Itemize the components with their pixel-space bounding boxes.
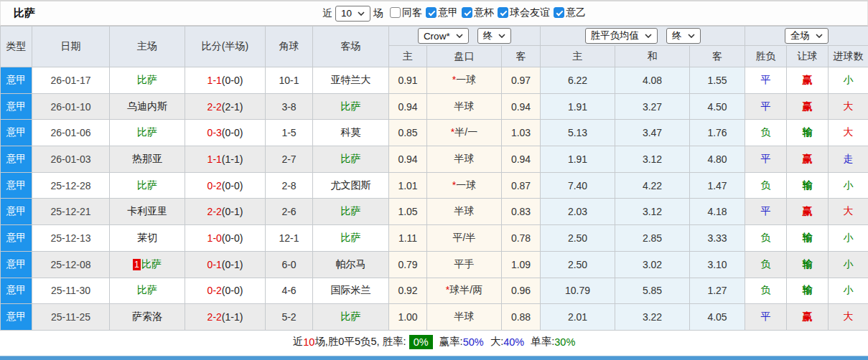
goals-result-cell: 小 [829,172,868,199]
home-team[interactable]: 比萨 [137,284,157,295]
recent-count-select[interactable]: 10 [335,6,370,22]
bookmaker-select[interactable]: Crow* [418,28,469,44]
corners-cell: 3-8 [266,93,313,120]
handicap-result-cell: 输 [787,225,829,252]
home-team[interactable]: 比萨 [141,258,162,270]
corners-cell: 5-2 [266,304,313,331]
home-team[interactable]: 卡利亚里 [127,205,167,217]
date-cell: 26-01-03 [32,146,110,173]
home-team[interactable]: 比萨 [137,126,157,138]
handicap-result-cell: 赢 [787,304,829,331]
league-filter-checkbox[interactable]: 球会友谊 [498,6,550,19]
league-cell[interactable]: 意甲 [1,172,32,199]
half-time-score: (2-1) [222,101,243,113]
result-cell: 平 [745,304,787,331]
away-team[interactable]: 比萨 [341,153,361,164]
checkbox-icon[interactable] [554,7,564,18]
away-team[interactable]: 国际米兰 [331,284,371,295]
goals-result-cell: 大 [829,199,868,225]
away-team[interactable]: 帕尔马 [336,258,366,270]
goals-result-cell: 走 [829,146,868,173]
home-team[interactable]: 萨索洛 [132,311,162,322]
score-cell: 0-3(0-0) [185,120,266,146]
avg-draw-cell: 3.27 [615,93,690,120]
date-cell: 25-12-21 [32,199,110,225]
away-team[interactable]: 科莫 [341,126,361,138]
odds-group-header: Crow* 终 [389,27,541,46]
league-filter-checkbox[interactable]: 意甲 [426,6,458,19]
odds-away-cell: 0.87 [502,172,541,199]
handicap-value: 一球 [456,74,476,85]
league-cell[interactable]: 意甲 [1,251,32,278]
handicap-result-cell: 输 [787,172,829,199]
away-team[interactable]: 尤文图斯 [331,179,371,191]
league-cell[interactable]: 意甲 [1,93,32,120]
league-cell[interactable]: 意甲 [1,225,32,252]
avg-draw-cell: 3.22 [615,304,690,331]
away-team-cell: 亚特兰大 [313,67,389,94]
full-time-score: 2-2 [207,206,222,217]
col-header-odds-home: 主 [389,46,427,67]
handicap-cell: 半球 [427,93,502,120]
avg-odds-select[interactable]: 胜平负均值 [585,28,658,44]
league-cell[interactable]: 意甲 [1,67,32,94]
home-team[interactable]: 热那亚 [132,153,162,164]
away-team-cell: 比萨 [313,146,389,173]
avg-time-select[interactable]: 终 [666,28,701,44]
result-cell: 负 [745,251,787,278]
full-match-select-value: 全场 [790,29,810,42]
avg-draw-cell: 3.12 [615,199,690,225]
col-header-result: 胜负 [745,46,787,67]
away-team[interactable]: 比萨 [341,311,361,322]
half-time-score: (0-1) [222,259,243,270]
odds-home-cell: 1.05 [389,199,427,225]
handicap-value: 平/半 [453,232,476,243]
league-filter-checkbox[interactable]: 意杯 [462,6,494,19]
odds-away-cell: 0.78 [502,225,541,252]
league-cell[interactable]: 意甲 [1,146,32,173]
corners-cell: 10-1 [266,67,313,94]
col-header-handicap-result: 让球 [787,46,829,67]
odds-time-select[interactable]: 终 [477,28,512,44]
avg-home-cell: 7.40 [541,172,615,199]
home-team-cell: 莱切 [110,225,185,252]
away-team[interactable]: 比萨 [341,205,361,217]
chevron-down-icon [645,34,652,38]
checkbox-icon[interactable] [426,7,437,18]
full-match-select[interactable]: 全场 [785,28,829,44]
recent-label: 近 [322,7,332,20]
table-row: 意甲 25-11-30 比萨 0-2(0-0) 4-6 国际米兰 0.92 *球… [1,278,868,304]
checkbox-icon[interactable] [390,7,401,18]
checkbox-icon[interactable] [462,7,472,18]
league-cell[interactable]: 意甲 [1,199,32,225]
handicap-cell: *一球 [427,172,502,199]
avg-draw-cell: 3.12 [615,146,690,173]
checkbox-label: 意乙 [566,6,586,19]
checkbox-icon[interactable] [498,7,508,18]
away-team[interactable]: 亚特兰大 [331,74,371,85]
result-cell: 负 [745,120,787,146]
away-team[interactable]: 比萨 [341,232,361,243]
handicap-result-cell: 赢 [787,146,829,173]
home-team[interactable]: 比萨 [137,74,157,85]
home-team[interactable]: 莱切 [137,232,157,243]
home-team[interactable]: 乌迪内斯 [127,100,167,112]
league-filter-checkbox[interactable]: 意乙 [554,6,586,19]
score-cell: 1-1(1-1) [185,146,266,173]
full-time-score: 1-1 [207,75,222,86]
handicap-value: 平手 [454,258,475,270]
league-filter-checkbox[interactable]: 同客 [390,6,422,19]
table-row: 意甲 26-01-03 热那亚 1-1(1-1) 2-7 比萨 0.94 半球 … [1,146,868,173]
handicap-value: 半球 [454,311,475,322]
avg-home-cell: 5.13 [541,120,615,146]
table-body: 意甲 26-01-17 比萨 1-1(0-0) 10-1 亚特兰大 0.91 *… [1,67,868,331]
matches-table: 类型 日期 主场 比分(半场) 角球 客场 Crow* 终 [0,26,868,331]
home-team[interactable]: 比萨 [137,179,157,191]
league-cell[interactable]: 意甲 [1,304,32,331]
single-rate-value: 30% [554,336,575,348]
score-cell: 2-2(1-1) [185,304,266,331]
league-cell[interactable]: 意甲 [1,120,32,146]
away-team[interactable]: 比萨 [341,100,361,112]
league-cell[interactable]: 意甲 [1,278,32,304]
full-time-score: 2-2 [207,101,222,113]
